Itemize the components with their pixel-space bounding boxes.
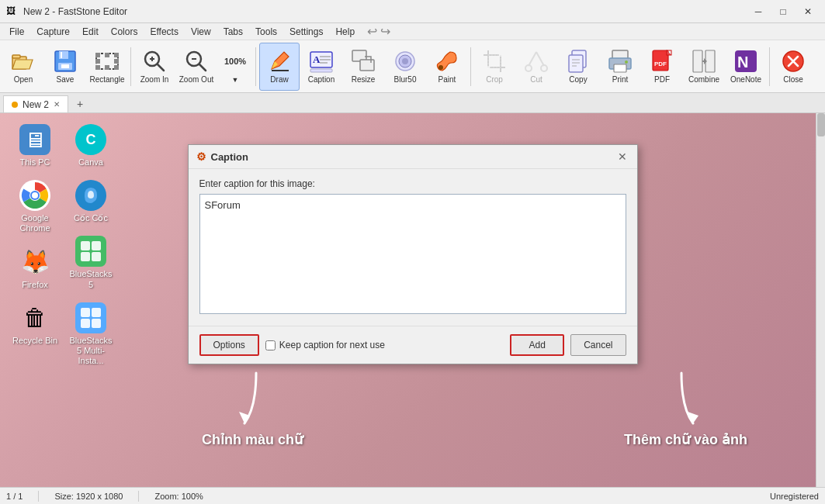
menu-settings[interactable]: Settings [283, 25, 329, 39]
app-icon: 🖼 [6, 5, 19, 18]
svg-rect-53 [614, 64, 626, 72]
dialog-footer-right: Add Cancel [510, 334, 626, 356]
tab-dot [12, 102, 18, 108]
menu-edit[interactable]: Edit [76, 25, 105, 39]
svg-text:A: A [313, 54, 321, 65]
svg-rect-7 [61, 64, 69, 68]
close-toolbar-icon [781, 49, 806, 74]
toolbar-print[interactable]: Print [600, 43, 640, 91]
options-button[interactable]: Options [199, 334, 259, 356]
menu-colors[interactable]: Colors [105, 25, 144, 39]
svg-rect-12 [95, 59, 100, 64]
title-bar: 🖼 New 2 - FastStone Editor ─ □ ✕ [0, 0, 825, 23]
keep-caption-checkbox[interactable]: Keep caption for next use [265, 340, 385, 350]
svg-rect-13 [114, 59, 119, 64]
menu-bar: File Capture Edit Colors Effects View Ta… [0, 23, 825, 40]
caption-textarea[interactable] [199, 194, 626, 314]
tab-new2[interactable]: New 2 ✕ [3, 95, 68, 112]
toolbar-zoom-in[interactable]: Zoom In [134, 43, 175, 91]
menu-file[interactable]: File [3, 25, 30, 39]
toolbar-open[interactable]: Open [3, 43, 43, 91]
toolbar-crop: Crop [474, 43, 515, 91]
svg-rect-4 [59, 51, 68, 59]
title-bar-text: New 2 - FastStone Editor [23, 6, 747, 17]
toolbar-sep2 [255, 47, 256, 86]
toolbar-combine[interactable]: Combine [684, 43, 724, 91]
svg-rect-1 [12, 55, 20, 58]
add-button[interactable]: Add [510, 334, 564, 356]
annotation-right-text: Thêm chữ vào ảnh [624, 431, 747, 448]
svg-text:PDF: PDF [654, 60, 667, 67]
toolbar: Open Save [0, 40, 825, 93]
svg-rect-41 [488, 55, 501, 67]
menu-tools[interactable]: Tools [249, 25, 283, 39]
menu-view[interactable]: View [185, 25, 217, 39]
caption-dialog: ⚙ Caption ✕ Enter caption for this image… [188, 144, 638, 364]
combine-icon [692, 49, 716, 74]
toolbar-paint[interactable]: Paint [427, 43, 467, 91]
paint-icon [435, 49, 459, 74]
title-bar-controls: ─ □ ✕ [747, 4, 819, 19]
svg-rect-11 [114, 53, 119, 57]
toolbar-resize[interactable]: Resize [343, 43, 383, 91]
rectangle-icon [95, 49, 120, 74]
zoom-dropdown: ▼ [232, 76, 239, 84]
onenote-icon: N [733, 49, 758, 74]
annotation-right: Thêm chữ vào ảnh [624, 369, 747, 448]
svg-rect-32 [360, 60, 374, 71]
svg-rect-5 [61, 52, 62, 58]
toolbar-sep4 [769, 47, 770, 86]
undo-button[interactable]: ↩ [367, 24, 377, 39]
cut-icon [524, 49, 549, 74]
toolbar-zoom-level[interactable]: 100% ▼ [218, 43, 252, 91]
toolbar-copy[interactable]: Copy [558, 43, 598, 91]
redo-button[interactable]: ↪ [380, 24, 390, 39]
menu-tabs[interactable]: Tabs [217, 25, 249, 39]
keep-caption-input[interactable] [265, 340, 276, 350]
crop-icon [482, 49, 507, 74]
toolbar-onenote[interactable]: N OneNote [726, 43, 766, 91]
menu-effects[interactable]: Effects [144, 25, 184, 39]
svg-text:N: N [737, 54, 748, 71]
print-icon [608, 49, 633, 74]
cancel-button[interactable]: Cancel [570, 334, 626, 356]
dialog-close-button[interactable]: ✕ [615, 150, 629, 164]
dialog-prompt: Enter caption for this image: [199, 178, 626, 189]
tab-close-button[interactable]: ✕ [54, 100, 60, 109]
svg-rect-30 [310, 69, 332, 72]
svg-point-36 [438, 65, 443, 70]
toolbar-save[interactable]: Save [45, 43, 85, 91]
close-window-button[interactable]: ✕ [797, 4, 819, 19]
pdf-icon: PDF [650, 49, 674, 74]
status-sep1 [38, 491, 39, 502]
toolbar-pdf[interactable]: PDF PDF [642, 43, 682, 91]
svg-line-43 [536, 52, 544, 66]
menu-help[interactable]: Help [329, 25, 361, 39]
dialog-footer-left: Options Keep caption for next use [199, 334, 503, 356]
resize-icon [351, 49, 376, 74]
toolbar-rectangle[interactable]: Rectangle [87, 43, 127, 91]
toolbar-cut: Cut [516, 43, 556, 91]
minimize-button[interactable]: ─ [747, 4, 769, 19]
svg-marker-84 [239, 412, 250, 423]
dialog-title-text: Caption [211, 151, 248, 163]
toolbar-caption[interactable]: A Caption [301, 43, 341, 91]
maximize-button[interactable]: □ [772, 4, 794, 19]
toolbar-blur[interactable]: Blur50 [385, 43, 425, 91]
svg-line-20 [158, 64, 164, 71]
toolbar-close[interactable]: Close [773, 43, 813, 91]
status-size: Size: 1920 x 1080 [54, 492, 123, 501]
svg-line-42 [529, 52, 536, 66]
copy-icon [566, 49, 591, 74]
toolbar-draw[interactable]: Draw [259, 43, 300, 91]
tab-add-button[interactable]: + [71, 95, 88, 112]
open-icon [11, 49, 36, 74]
svg-rect-60 [693, 50, 702, 72]
toolbar-zoom-out[interactable]: Zoom Out [176, 43, 217, 91]
menu-capture[interactable]: Capture [30, 25, 76, 39]
caption-icon: A [309, 49, 334, 74]
dialog-title-icon: ⚙ [196, 150, 206, 163]
blur-icon [393, 49, 418, 74]
svg-rect-10 [105, 53, 109, 57]
dialog-body: Enter caption for this image: [189, 169, 637, 326]
